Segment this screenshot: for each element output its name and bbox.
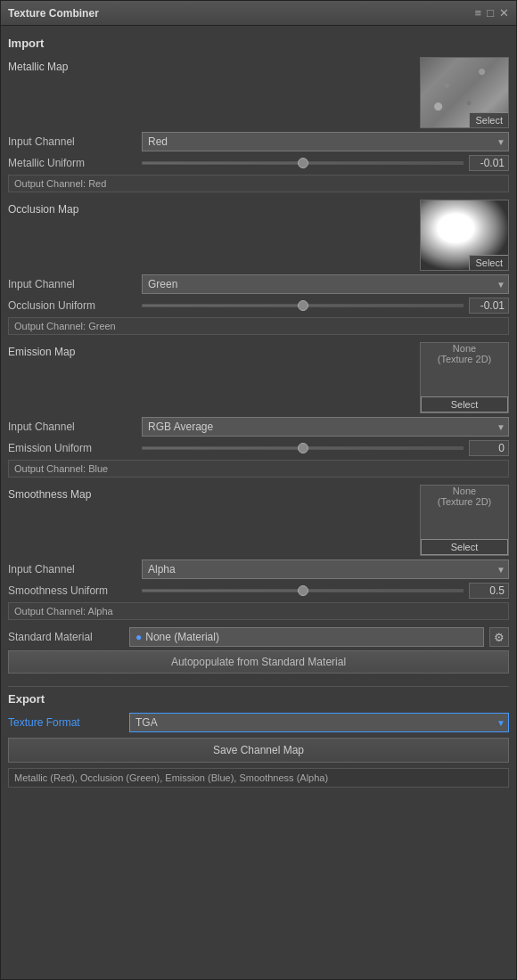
occlusion-map-label: Occlusion Map xyxy=(8,200,78,216)
metallic-slider-container: -0.01 xyxy=(142,155,509,171)
standard-material-gear-button[interactable]: ⚙ xyxy=(489,627,509,647)
metallic-input-channel-row: Input Channel Red Green Blue Alpha RGB A… xyxy=(8,132,509,151)
export-section: Export Texture Format TGA PNG JPG EXR ▼ … xyxy=(8,692,509,788)
smoothness-input-channel-row: Input Channel Red Green Blue Alpha RGB A… xyxy=(8,559,509,579)
emission-map-row: Emission Map None (Texture 2D) Select xyxy=(8,342,509,413)
standard-material-row: Standard Material ● None (Material) ⚙ xyxy=(8,627,509,647)
export-footer-text: Metallic (Red), Occlusion (Green), Emiss… xyxy=(8,768,509,788)
smoothness-none-line2: (Texture 2D) xyxy=(438,496,492,507)
metallic-map-label: Metallic Map xyxy=(8,57,68,73)
emission-map-label: Emission Map xyxy=(8,342,75,358)
texture-format-label: Texture Format xyxy=(8,716,124,729)
smoothness-map-row: Smoothness Map None (Texture 2D) Select xyxy=(8,485,509,556)
occlusion-uniform-slider[interactable] xyxy=(142,304,464,307)
metallic-map-section: Metallic Map Select Input Channel Red Gr… xyxy=(8,57,509,192)
occlusion-select-button[interactable]: Select xyxy=(469,255,508,270)
title-bar: Texture Combiner ≡ □ ✕ xyxy=(1,1,516,26)
metallic-select-button[interactable]: Select xyxy=(469,112,508,127)
title-bar-icons: ≡ □ ✕ xyxy=(475,6,509,20)
emission-uniform-row: Emission Uniform 0 xyxy=(8,440,509,456)
smoothness-map-label: Smoothness Map xyxy=(8,485,91,501)
smoothness-none-line1: None xyxy=(453,486,476,496)
texture-format-dropdown-container: TGA PNG JPG EXR ▼ xyxy=(129,713,509,732)
smoothness-slider-container: 0.5 xyxy=(142,583,509,599)
metallic-uniform-label: Metallic Uniform xyxy=(8,157,142,169)
metallic-output-channel: Output Channel: Red xyxy=(8,175,509,192)
standard-material-field: ● None (Material) xyxy=(129,627,484,647)
save-channel-map-button[interactable]: Save Channel Map xyxy=(8,738,509,763)
emission-uniform-label: Emission Uniform xyxy=(8,442,142,454)
emission-none-line1: None xyxy=(453,343,476,354)
import-section-title: Import xyxy=(8,37,509,50)
occlusion-uniform-row: Occlusion Uniform -0.01 xyxy=(8,298,509,314)
smoothness-select-button[interactable]: Select xyxy=(421,539,508,555)
emission-select-button[interactable]: Select xyxy=(421,396,508,412)
smoothness-uniform-row: Smoothness Uniform 0.5 xyxy=(8,583,509,599)
emission-map-thumbnail: None (Texture 2D) Select xyxy=(420,342,509,413)
window-title: Texture Combiner xyxy=(8,7,99,20)
emission-input-channel-label: Input Channel xyxy=(8,421,142,433)
emission-output-channel: Output Channel: Blue xyxy=(8,460,509,478)
occlusion-input-channel-label: Input Channel xyxy=(8,278,142,290)
occlusion-uniform-value: -0.01 xyxy=(469,298,509,314)
texture-format-row: Texture Format TGA PNG JPG EXR ▼ xyxy=(8,713,509,732)
emission-uniform-value: 0 xyxy=(469,440,509,456)
autopopulate-button[interactable]: Autopopulate from Standard Material xyxy=(8,650,509,674)
metallic-map-thumbnail: Select xyxy=(420,57,509,128)
metallic-uniform-value: -0.01 xyxy=(469,155,509,171)
standard-material-label: Standard Material xyxy=(8,631,124,643)
metallic-input-channel-container: Red Green Blue Alpha RGB Average ▼ xyxy=(142,132,509,151)
smoothness-output-channel: Output Channel: Alpha xyxy=(8,602,509,620)
texture-combiner-window: Texture Combiner ≡ □ ✕ Import Metallic M… xyxy=(0,0,517,980)
section-divider xyxy=(8,686,509,687)
occlusion-slider-container: -0.01 xyxy=(142,298,509,314)
export-section-title: Export xyxy=(8,692,509,706)
close-icon[interactable]: ✕ xyxy=(499,6,509,20)
emission-input-channel-select[interactable]: Red Green Blue Alpha RGB Average xyxy=(142,417,509,437)
standard-material-value: None (Material) xyxy=(145,631,219,643)
metallic-uniform-slider[interactable] xyxy=(142,161,464,165)
occlusion-map-section: Occlusion Map Select Input Channel Red G… xyxy=(8,200,509,335)
occlusion-input-channel-select[interactable]: Red Green Blue Alpha RGB Average xyxy=(142,274,509,294)
smoothness-input-channel-container: Red Green Blue Alpha RGB Average ▼ xyxy=(142,559,509,579)
texture-format-select[interactable]: TGA PNG JPG EXR xyxy=(129,713,509,732)
occlusion-output-channel: Output Channel: Green xyxy=(8,317,509,335)
smoothness-input-channel-select[interactable]: Red Green Blue Alpha RGB Average xyxy=(142,559,509,579)
smoothness-uniform-slider[interactable] xyxy=(142,589,464,592)
metallic-map-row: Metallic Map Select xyxy=(8,57,509,128)
menu-icon[interactable]: ≡ xyxy=(475,6,482,20)
material-sphere-icon: ● xyxy=(135,631,142,643)
smoothness-input-channel-label: Input Channel xyxy=(8,563,142,576)
emission-input-channel-container: Red Green Blue Alpha RGB Average ▼ xyxy=(142,417,509,437)
occlusion-map-thumbnail: Select xyxy=(420,200,509,271)
emission-input-channel-row: Input Channel Red Green Blue Alpha RGB A… xyxy=(8,417,509,437)
metallic-input-channel-label: Input Channel xyxy=(8,135,142,148)
emission-uniform-slider[interactable] xyxy=(142,446,464,450)
occlusion-input-channel-container: Red Green Blue Alpha RGB Average ▼ xyxy=(142,274,509,294)
emission-none-line2: (Texture 2D) xyxy=(438,354,492,364)
title-bar-left: Texture Combiner xyxy=(8,7,99,20)
occlusion-input-channel-row: Input Channel Red Green Blue Alpha RGB A… xyxy=(8,274,509,294)
maximize-icon[interactable]: □ xyxy=(487,6,494,20)
main-content: Import Metallic Map Select Input Channel… xyxy=(1,26,516,979)
metallic-input-channel-select[interactable]: Red Green Blue Alpha RGB Average xyxy=(142,132,509,151)
metallic-uniform-row: Metallic Uniform -0.01 xyxy=(8,155,509,171)
smoothness-uniform-label: Smoothness Uniform xyxy=(8,584,142,597)
emission-map-section: Emission Map None (Texture 2D) Select In… xyxy=(8,342,509,478)
smoothness-map-section: Smoothness Map None (Texture 2D) Select … xyxy=(8,485,509,620)
smoothness-uniform-value: 0.5 xyxy=(469,583,509,599)
emission-slider-container: 0 xyxy=(142,440,509,456)
occlusion-uniform-label: Occlusion Uniform xyxy=(8,299,142,312)
smoothness-map-thumbnail: None (Texture 2D) Select xyxy=(420,485,509,556)
occlusion-map-row: Occlusion Map Select xyxy=(8,200,509,271)
